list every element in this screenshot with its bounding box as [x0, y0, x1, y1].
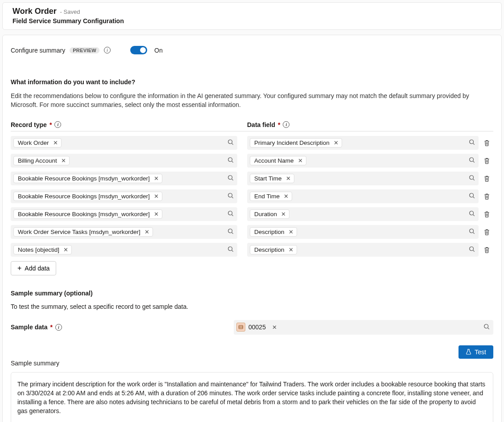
required-indicator: * [50, 121, 52, 128]
chip-label: End Time [254, 193, 280, 200]
close-icon[interactable]: ✕ [289, 247, 293, 253]
delete-row-button[interactable] [480, 246, 493, 253]
delete-row-button[interactable] [480, 139, 493, 146]
close-icon[interactable]: ✕ [154, 176, 159, 181]
svg-point-8 [228, 175, 232, 179]
page-subtitle: Field Service Summary Configuration [12, 17, 492, 25]
close-icon[interactable]: ✕ [145, 229, 149, 235]
sample-summary-text: The primary incident description for the… [17, 380, 487, 416]
delete-row-button[interactable] [480, 229, 493, 235]
close-icon[interactable]: ✕ [63, 247, 68, 253]
selected-chip: Description✕ [250, 245, 297, 254]
info-icon[interactable]: i [283, 121, 289, 128]
svg-point-10 [470, 175, 474, 179]
search-icon[interactable] [469, 228, 475, 236]
config-row: Billing Account✕Account Name✕ [11, 154, 493, 168]
test-button-label: Test [475, 348, 486, 356]
main-card: Configure summary PREVIEW i On What info… [2, 35, 502, 422]
record-type-lookup[interactable]: Bookable Resource Bookings [msdyn_workor… [11, 189, 237, 203]
search-icon[interactable] [469, 246, 475, 254]
close-icon[interactable]: ✕ [334, 140, 339, 146]
selected-chip: Work Order Service Tasks [msdyn_workorde… [13, 227, 153, 237]
svg-line-1 [232, 143, 233, 144]
data-field-lookup[interactable]: End Time✕ [247, 189, 479, 203]
chip-label: Duration [254, 211, 277, 217]
svg-line-27 [473, 250, 475, 251]
search-icon[interactable] [469, 210, 475, 218]
data-field-lookup[interactable]: Description✕ [247, 243, 479, 257]
sample-data-label: Sample data [11, 324, 47, 331]
svg-line-23 [473, 232, 475, 234]
record-type-lookup[interactable]: Billing Account✕ [11, 154, 237, 168]
required-indicator: * [50, 324, 52, 331]
record-type-lookup[interactable]: Bookable Resource Bookings [msdyn_workor… [11, 207, 237, 221]
close-icon[interactable]: ✕ [272, 324, 277, 330]
chip-label: Start Time [254, 175, 282, 182]
data-field-lookup[interactable]: Description✕ [247, 225, 479, 239]
config-row: Bookable Resource Bookings [msdyn_workor… [11, 172, 493, 185]
svg-line-3 [473, 143, 475, 144]
close-icon[interactable]: ✕ [286, 176, 291, 181]
selected-chip: Bookable Resource Bookings [msdyn_workor… [13, 192, 162, 201]
required-indicator: * [278, 121, 280, 128]
info-icon[interactable]: i [104, 47, 111, 53]
config-row: Bookable Resource Bookings [msdyn_workor… [11, 207, 493, 221]
selected-chip: Work Order✕ [13, 138, 62, 147]
info-icon[interactable]: i [54, 121, 61, 128]
record-type-lookup[interactable]: Work Order✕ [11, 136, 237, 150]
search-icon[interactable] [227, 210, 234, 218]
search-icon[interactable] [483, 324, 490, 331]
configure-summary-toggle[interactable] [130, 46, 147, 54]
add-data-label: Add data [25, 265, 50, 272]
search-icon[interactable] [227, 193, 234, 200]
delete-row-button[interactable] [480, 193, 493, 200]
selected-chip: Account Name✕ [250, 156, 306, 165]
svg-point-24 [228, 246, 232, 250]
svg-point-0 [228, 139, 232, 143]
search-icon[interactable] [227, 246, 234, 254]
selected-chip: Bookable Resource Bookings [msdyn_workor… [13, 174, 162, 183]
info-icon[interactable]: i [55, 324, 62, 331]
data-field-lookup[interactable]: Account Name✕ [247, 154, 479, 168]
data-field-lookup[interactable]: Duration✕ [247, 207, 479, 221]
search-icon[interactable] [469, 157, 475, 164]
search-icon[interactable] [227, 228, 234, 236]
close-icon[interactable]: ✕ [53, 140, 58, 146]
delete-row-button[interactable] [480, 157, 493, 164]
config-row: Work Order Service Tasks [msdyn_workorde… [11, 225, 493, 239]
delete-row-button[interactable] [480, 211, 493, 217]
search-icon[interactable] [469, 139, 475, 147]
search-icon[interactable] [469, 193, 475, 200]
record-type-lookup[interactable]: Bookable Resource Bookings [msdyn_workor… [11, 172, 237, 185]
search-icon[interactable] [227, 139, 234, 147]
record-type-lookup[interactable]: Notes [objectid]✕ [11, 243, 237, 257]
plus-icon: + [17, 266, 21, 270]
configure-summary-label: Configure summary [11, 47, 65, 54]
search-icon[interactable] [469, 175, 475, 182]
svg-point-16 [228, 211, 232, 215]
record-type-lookup[interactable]: Work Order Service Tasks [msdyn_workorde… [11, 225, 237, 239]
data-field-lookup[interactable]: Start Time✕ [247, 172, 479, 185]
delete-row-button[interactable] [480, 175, 493, 182]
selected-chip: Duration✕ [250, 209, 289, 219]
record-entity-icon [236, 323, 245, 332]
close-icon[interactable]: ✕ [154, 211, 159, 217]
close-icon[interactable]: ✕ [298, 158, 303, 164]
close-icon[interactable]: ✕ [61, 158, 66, 164]
svg-point-31 [484, 324, 488, 328]
sample-data-value: 00025 [248, 324, 266, 331]
test-button[interactable]: Test [459, 345, 493, 359]
data-field-lookup[interactable]: Primary Incident Description✕ [247, 136, 479, 150]
close-icon[interactable]: ✕ [289, 229, 293, 235]
config-row: Notes [objectid]✕Description✕ [11, 243, 493, 257]
chip-label: Billing Account [18, 157, 57, 164]
search-icon[interactable] [227, 175, 234, 182]
chip-label: Work Order [18, 139, 49, 146]
sample-data-lookup[interactable]: 00025 ✕ [234, 320, 493, 335]
close-icon[interactable]: ✕ [281, 211, 286, 217]
search-icon[interactable] [227, 157, 234, 164]
svg-point-22 [470, 229, 474, 233]
close-icon[interactable]: ✕ [284, 193, 289, 199]
close-icon[interactable]: ✕ [154, 193, 159, 199]
add-data-button[interactable]: + Add data [11, 261, 56, 275]
